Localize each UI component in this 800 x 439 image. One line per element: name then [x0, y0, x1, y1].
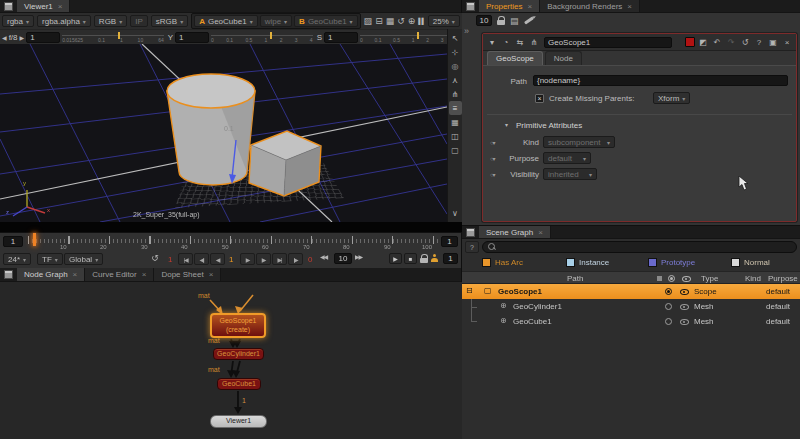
wipe-pattern-icon[interactable]: ▨: [364, 16, 373, 26]
gain-next-icon[interactable]: ▶: [20, 34, 25, 41]
node-viewer1[interactable]: Viewer1: [210, 415, 267, 428]
visibility-toggle-icon[interactable]: [680, 302, 689, 310]
channels-dropdown[interactable]: RGB▾: [94, 15, 127, 27]
checkerboard-icon[interactable]: ▦: [386, 16, 395, 26]
clock-icon[interactable]: ◔: [500, 36, 512, 49]
column-type[interactable]: Type: [701, 274, 718, 283]
collapse-chevron-icon[interactable]: »: [464, 26, 469, 36]
film-icon[interactable]: ▤: [510, 16, 519, 26]
close-icon[interactable]: ×: [58, 2, 63, 11]
help-button[interactable]: ?: [465, 241, 479, 253]
close-panel-icon[interactable]: ×: [781, 36, 793, 49]
minimize-caret-icon[interactable]: ▾: [486, 36, 498, 49]
more-tools-icon[interactable]: ∨: [449, 206, 462, 220]
panel-menu-icon[interactable]: [466, 2, 475, 11]
close-icon[interactable]: ×: [627, 2, 632, 11]
frame-increment-field[interactable]: 10: [334, 253, 352, 264]
search-input[interactable]: [482, 241, 797, 253]
tab-node-graph[interactable]: Node Graph ×: [17, 268, 85, 281]
create-missing-dropdown[interactable]: Xform▾: [653, 92, 690, 104]
zoom-level-dropdown[interactable]: 25%▾: [428, 15, 460, 27]
select-tool-icon[interactable]: ↖: [449, 31, 462, 45]
composite-icon[interactable]: ⊟: [375, 16, 383, 26]
selection-mode-tool-icon[interactable]: ≡: [449, 101, 462, 115]
flipbook-stop-icon[interactable]: ■: [404, 253, 417, 264]
close-icon[interactable]: ×: [142, 270, 147, 279]
tf-dropdown[interactable]: TF▾: [37, 253, 63, 265]
viewport-3d[interactable]: 0.1 2K_Super_35(full-ap) y x z: [0, 44, 447, 222]
flipbook-play-icon[interactable]: ▶: [389, 253, 402, 264]
gamma-field[interactable]: 1: [175, 32, 209, 43]
input-a-dropdown[interactable]: AGeoCube1▾: [194, 15, 258, 27]
node-geocylinder1[interactable]: GeoCylinder1: [213, 348, 264, 360]
tab-node[interactable]: Node: [545, 51, 582, 65]
step-forward-button[interactable]: ▶: [240, 253, 255, 265]
node-geocube1[interactable]: GeoCube1: [217, 378, 261, 390]
object-select-tool-icon[interactable]: ▢: [449, 143, 462, 157]
render-visibility-icon[interactable]: [668, 275, 675, 282]
checker-swatch-icon[interactable]: ◩: [697, 36, 709, 49]
goto-start-button[interactable]: |◀: [178, 253, 193, 265]
close-icon[interactable]: ×: [73, 270, 78, 279]
playback-end-field[interactable]: 1: [443, 253, 458, 264]
gain-field[interactable]: 1: [26, 32, 60, 43]
current-frame-field[interactable]: 1: [3, 236, 23, 247]
visibility-toggle-icon[interactable]: [680, 287, 689, 295]
close-icon[interactable]: ×: [209, 270, 214, 279]
scene-graph-row-geocylinder1[interactable]: ⊕ GeoCylinder1 Mesh default: [462, 299, 800, 314]
user-knobs-icon[interactable]: ⋔: [528, 36, 540, 49]
switch-icon[interactable]: ⇆: [514, 36, 526, 49]
visibility-toggle-icon[interactable]: [680, 317, 689, 325]
range-end-field[interactable]: 1: [441, 236, 458, 247]
visibility-dropdown[interactable]: inherited▾: [543, 168, 597, 180]
play-backward-button[interactable]: ◀: [210, 253, 225, 265]
skeleton-tool-icon[interactable]: ⋔: [449, 87, 462, 101]
next-keyframe-button[interactable]: ▶|: [272, 253, 287, 265]
create-missing-checkbox[interactable]: ×: [535, 94, 544, 103]
translate-tool-icon[interactable]: ⊹: [449, 45, 462, 59]
play-forward-button[interactable]: ▶: [256, 253, 271, 265]
playhead[interactable]: [33, 233, 36, 246]
loop-mode-icon[interactable]: ↺: [148, 253, 162, 263]
input-b-dropdown[interactable]: BGeoCube1▾: [294, 15, 358, 27]
rotate-tool-icon[interactable]: ◎: [449, 59, 462, 73]
swap-ab-icon[interactable]: ↺: [397, 16, 405, 26]
fps-dropdown[interactable]: 24*▾: [3, 253, 31, 265]
tab-viewer1[interactable]: Viewer1 ×: [17, 0, 70, 12]
panel-menu-icon[interactable]: [466, 228, 475, 237]
expand-icon[interactable]: ⊟: [466, 286, 473, 295]
kind-dropdown[interactable]: subcomponent▾: [543, 136, 615, 148]
section-caret-icon[interactable]: ▾: [505, 121, 508, 128]
render-toggle-icon[interactable]: [665, 318, 672, 325]
node-graph-canvas[interactable]: mat mat mat 1 GeoScope1 (create) GeoCyli…: [0, 282, 462, 439]
render-toggle-icon[interactable]: [665, 288, 672, 295]
node-geoscope1[interactable]: GeoScope1 (create): [210, 313, 266, 338]
tab-dope-sheet[interactable]: Dope Sheet ×: [154, 268, 221, 281]
goto-end-button[interactable]: |▶: [288, 253, 303, 265]
increment-icon[interactable]: ▶▶: [355, 253, 362, 260]
hierarchy-tool-icon[interactable]: ⋏: [449, 73, 462, 87]
purpose-dropdown[interactable]: default▾: [543, 152, 591, 164]
input-process-toggle[interactable]: IP: [130, 15, 148, 27]
layer-dropdown[interactable]: rgba▾: [2, 15, 34, 27]
edit-icon[interactable]: [524, 16, 534, 24]
decrement-icon[interactable]: ◀◀: [320, 253, 327, 260]
node-name-field[interactable]: GeoScope1: [544, 37, 672, 48]
tab-background-renders[interactable]: Background Renders ×: [540, 0, 640, 12]
column-purpose[interactable]: Purpose: [768, 274, 798, 283]
help-button[interactable]: ?: [753, 36, 765, 49]
undo-icon[interactable]: ↶: [711, 36, 723, 49]
roi-icon[interactable]: ⊕: [408, 16, 416, 26]
revert-icon[interactable]: ↺: [739, 36, 751, 49]
vertex-select-tool-icon[interactable]: ▦: [449, 115, 462, 129]
float-panel-icon[interactable]: ▣: [767, 36, 779, 49]
viewer-process-dropdown[interactable]: sRGB▾: [151, 15, 188, 27]
alpha-layer-dropdown[interactable]: rgba.alpha▾: [37, 15, 91, 27]
pause-icon[interactable]: ▌▌: [418, 18, 425, 24]
prev-keyframe-button[interactable]: ◀|: [194, 253, 209, 265]
gain-slider[interactable]: 0.0156250.111064: [62, 31, 166, 44]
wipe-dropdown[interactable]: wipe▾: [260, 15, 292, 27]
redo-icon[interactable]: ↷: [725, 36, 737, 49]
scene-graph-row-geocube1[interactable]: ⊕ GeoCube1 Mesh default: [462, 314, 800, 329]
tab-properties[interactable]: Properties ×: [479, 0, 540, 12]
